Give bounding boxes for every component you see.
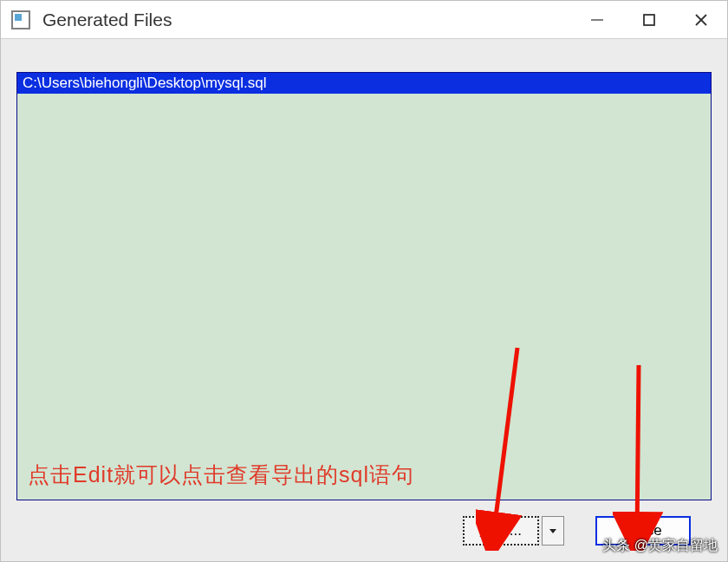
svg-marker-4 (549, 529, 556, 533)
titlebar: Generated Files (1, 1, 727, 39)
annotation-text: 点击Edit就可以点击查看导出的sql语句 (28, 461, 414, 489)
window-controls (571, 1, 727, 38)
client-area: C:\Users\biehongli\Desktop\mysql.sql 点击E… (1, 39, 727, 561)
minimize-icon (589, 12, 605, 28)
svg-rect-1 (644, 15, 654, 25)
watermark: 头条 @黄家自留地 (602, 537, 718, 555)
file-listbox[interactable]: C:\Users\biehongli\Desktop\mysql.sql 点击E… (16, 72, 712, 500)
window: Generated Files C:\Users\biehongli\Deskt… (0, 0, 728, 562)
app-icon (11, 10, 30, 29)
list-item[interactable]: C:\Users\biehongli\Desktop\mysql.sql (17, 73, 711, 94)
edit-button-label: E (480, 522, 490, 539)
edit-label-rest: dit ... (490, 522, 522, 539)
maximize-icon (641, 12, 657, 28)
window-title: Generated Files (42, 10, 571, 30)
edit-dropdown-button[interactable] (542, 516, 564, 546)
edit-button[interactable]: Edit ... (463, 516, 539, 546)
close-icon (693, 12, 709, 28)
maximize-button[interactable] (623, 1, 675, 38)
close-window-button[interactable] (675, 1, 727, 38)
minimize-button[interactable] (571, 1, 623, 38)
chevron-down-icon (549, 526, 557, 535)
